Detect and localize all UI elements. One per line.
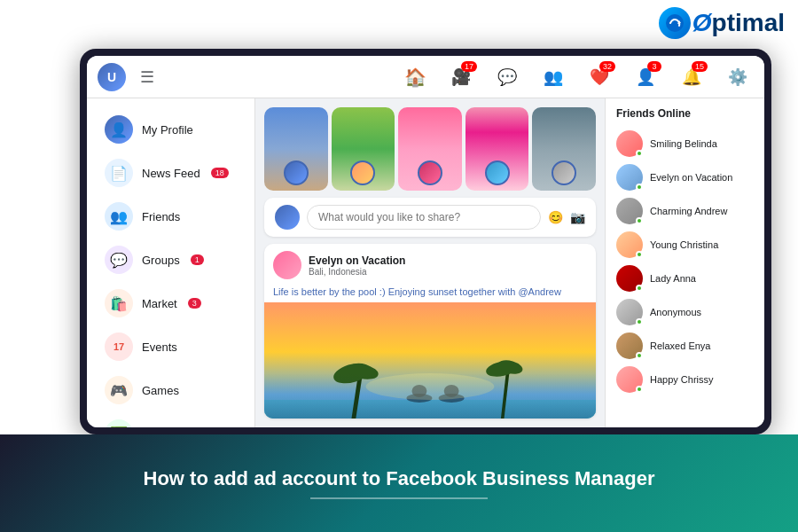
friend-item-evelyn[interactable]: Evelyn on Vacation [613, 160, 757, 194]
story-avatar-2 [350, 160, 375, 185]
friend-avatar-anon [616, 299, 643, 325]
people-badge: 3 [647, 61, 661, 72]
message-nav-icon[interactable]: 💬 [491, 61, 523, 93]
logo-area: Øptimal [659, 7, 785, 39]
friend-avatar-evelyn [616, 164, 643, 191]
online-dot-chrissy [636, 386, 643, 393]
sidebar-label-bookmarks: Bookmarks [142, 427, 200, 428]
bookmarks-icon: ✅ [105, 419, 133, 427]
post-icons: 😊 📷 [548, 210, 585, 224]
sidebar-item-profile[interactable]: 👤 My Profile [90, 108, 251, 151]
friend-item-christina[interactable]: Young Christina [613, 228, 757, 262]
emoji-icon[interactable]: 😊 [548, 210, 563, 224]
home-nav-icon[interactable]: 🏠 [399, 61, 431, 93]
friend-item-charming[interactable]: Charming Andrew [613, 194, 757, 228]
heart-badge: 32 [599, 61, 615, 72]
fb-sidebar: 👤 My Profile 📄 News Feed 18 👥 Friends 💬 [87, 98, 255, 427]
sidebar-item-events[interactable]: 17 Events [90, 325, 251, 368]
logo-icon [659, 7, 691, 39]
friends-icon: 👥 [105, 202, 133, 231]
video-nav-icon[interactable]: 🎥 17 [445, 61, 477, 93]
online-dot-anna [636, 285, 643, 292]
friend-name-anon: Anonymous [650, 307, 701, 317]
online-dot-enya [636, 352, 643, 359]
friend-name-enya: Relaxed Enya [650, 340, 711, 351]
news-feed-badge: 18 [211, 168, 229, 178]
sidebar-label-friends: Friends [142, 210, 180, 223]
friend-name-christina: Young Christina [650, 239, 718, 250]
story-card-1[interactable] [264, 107, 328, 191]
friend-item-enya[interactable]: Relaxed Enya [613, 329, 757, 363]
photo-icon[interactable]: 📷 [570, 210, 585, 224]
friend-avatar-enya [616, 332, 643, 359]
bottom-banner-line [310, 497, 488, 499]
sidebar-item-groups[interactable]: 💬 Groups 1 [90, 239, 251, 281]
post-compose-box: 😊 📷 [264, 198, 596, 237]
bell-nav-icon[interactable]: 🔔 15 [676, 61, 708, 93]
post-user-avatar [273, 251, 301, 279]
friend-avatar-chrissy [616, 366, 643, 393]
post-mention[interactable]: @Andrew [518, 286, 560, 297]
fb-right-panel: Friends Online Smiling Belinda Evelyn on… [605, 98, 764, 427]
friend-item-chrissy[interactable]: Happy Chrissy [613, 363, 757, 396]
friend-name-anna: Lady Anna [650, 273, 696, 284]
user-avatar[interactable]: U [98, 63, 126, 91]
menu-icon[interactable]: ☰ [140, 67, 154, 87]
sidebar-item-friends[interactable]: 👥 Friends [90, 195, 251, 238]
story-avatar-1 [284, 160, 309, 185]
bottom-banner-text: How to add ad account to Facebook Busine… [126, 467, 673, 490]
friend-item-anon[interactable]: Anonymous [613, 295, 757, 329]
sidebar-label-events: Events [142, 340, 177, 354]
events-icon: 17 [105, 332, 133, 361]
online-dot-charming [636, 217, 643, 224]
logo-text: Øptimal [692, 9, 785, 37]
story-card-3[interactable] [398, 107, 462, 191]
post-image-overlay [264, 373, 596, 419]
people-nav-icon[interactable]: 👤 3 [630, 61, 661, 93]
sidebar-item-bookmarks[interactable]: ✅ Bookmarks [90, 412, 251, 427]
story-avatar-3 [418, 160, 442, 185]
video-badge: 17 [461, 61, 477, 72]
sidebar-item-news-feed[interactable]: 📄 News Feed 18 [90, 152, 251, 194]
settings-nav-icon[interactable]: ⚙️ [722, 61, 754, 93]
market-badge: 3 [188, 298, 201, 309]
friend-avatar-christina [616, 231, 643, 258]
fb-topnav: U ☰ 🏠 🎥 17 💬 👥 ❤️ 32 👤 3 [87, 56, 764, 98]
market-icon: 🛍️ [105, 289, 133, 317]
tablet-inner: U ☰ 🏠 🎥 17 💬 👥 ❤️ 32 👤 3 [87, 56, 764, 427]
friends-nav-icon[interactable]: 👥 [537, 61, 569, 93]
post-header: Evelyn on Vacation Bali, Indonesia [264, 244, 596, 286]
tablet-frame: U ☰ 🏠 🎥 17 💬 👥 ❤️ 32 👤 3 [80, 49, 771, 434]
bell-badge: 15 [692, 61, 708, 72]
story-avatar-5 [552, 160, 576, 185]
story-card-4[interactable] [466, 107, 529, 191]
post-username: Evelyn on Vacation [309, 254, 405, 267]
story-avatar-4 [485, 160, 510, 185]
sidebar-item-games[interactable]: 🎮 Games [90, 369, 251, 411]
friend-avatar-anna [616, 265, 643, 292]
online-dot-evelyn [636, 184, 643, 191]
post-location: Bali, Indonesia [309, 267, 405, 277]
friend-name-evelyn: Evelyn on Vacation [650, 172, 732, 183]
online-dot-belinda [636, 150, 643, 157]
sidebar-label-news-feed: News Feed [142, 167, 200, 180]
post-card: Evelyn on Vacation Bali, Indonesia Life … [264, 244, 596, 419]
friend-avatar-belinda [616, 130, 643, 157]
story-card-2[interactable] [332, 107, 395, 191]
friend-name-belinda: Smiling Belinda [650, 138, 717, 149]
online-dot-anon [636, 318, 643, 325]
post-input[interactable] [307, 205, 541, 230]
heart-nav-icon[interactable]: ❤️ 32 [583, 61, 615, 93]
post-text: Life is better by the pool :) Enjoying s… [264, 286, 596, 302]
friend-item-anna[interactable]: Lady Anna [613, 262, 757, 295]
sidebar-label-market: Market [142, 297, 177, 310]
sidebar-item-market[interactable]: 🛍️ Market 3 [90, 282, 251, 325]
profile-avatar-icon: 👤 [105, 115, 133, 144]
sidebar-label-groups: Groups [142, 254, 180, 267]
friend-avatar-charming [616, 198, 643, 224]
news-feed-icon: 📄 [105, 159, 133, 187]
friend-item-belinda[interactable]: Smiling Belinda [613, 127, 757, 160]
friend-name-charming: Charming Andrew [650, 206, 727, 216]
story-card-5[interactable] [532, 107, 596, 191]
groups-icon: 💬 [105, 246, 133, 274]
